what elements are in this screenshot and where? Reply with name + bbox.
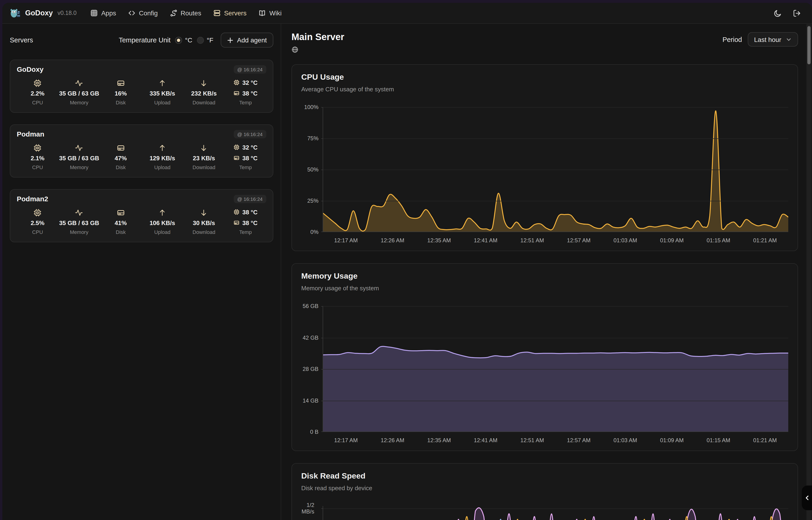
servers-panel-title: Servers bbox=[10, 36, 33, 44]
stat-download: 30 KB/s Download bbox=[183, 208, 225, 236]
logout-icon[interactable] bbox=[793, 9, 801, 17]
x-tick-label: 12:17 AM bbox=[323, 437, 369, 444]
chart-subtitle: Memory usage of the system bbox=[301, 285, 788, 292]
brand: GoDoxy v0.18.0 bbox=[10, 8, 77, 18]
arrow-down-icon bbox=[199, 143, 208, 152]
radio-fahrenheit-control[interactable] bbox=[197, 36, 204, 44]
y-axis-labels: 56 GB42 GB28 GB14 GB0 B bbox=[301, 306, 323, 432]
temperature-unit-label: Temperature Unit bbox=[119, 36, 170, 44]
nav-item-wiki[interactable]: Wiki bbox=[259, 9, 282, 17]
x-tick-label: 12:51 AM bbox=[509, 437, 556, 444]
scrollbar[interactable] bbox=[806, 24, 812, 520]
arrow-up-icon bbox=[158, 208, 167, 217]
radio-fahrenheit[interactable]: °F bbox=[197, 36, 213, 44]
x-tick-label: 12:57 AM bbox=[556, 437, 602, 444]
x-tick-label: 01:03 AM bbox=[602, 237, 649, 244]
server-card-podman[interactable]: Podman @ 16:16:24 2.1% bbox=[10, 124, 273, 178]
scrollbar-thumb[interactable] bbox=[807, 26, 811, 64]
nav-item-routes[interactable]: Routes bbox=[170, 9, 201, 17]
top-nav: GoDoxy v0.18.0 Apps bbox=[2, 3, 812, 24]
godoxy-logo-icon bbox=[10, 8, 21, 18]
arrow-up-icon bbox=[158, 143, 167, 152]
disk-read-speed-chart-card: Disk Read Speed Disk read speed by devic… bbox=[291, 463, 798, 520]
plus-icon bbox=[227, 37, 233, 43]
add-agent-button[interactable]: Add agent bbox=[221, 33, 273, 48]
chart-subtitle: Average CPU usage of the system bbox=[301, 86, 788, 93]
stat-download: 23 KB/s Download bbox=[183, 143, 225, 171]
server-name: Podman bbox=[17, 130, 44, 138]
server-card-godoxy[interactable]: GoDoxy @ 16:16:24 2.2% bbox=[10, 60, 273, 113]
servers-panel: Servers Temperature Unit °C °F bbox=[2, 24, 281, 520]
x-tick-label: 01:15 AM bbox=[695, 437, 742, 444]
route-icon bbox=[170, 9, 177, 17]
x-tick-label: 01:09 AM bbox=[649, 237, 695, 244]
brand-version: v0.18.0 bbox=[57, 10, 77, 16]
collapse-panel-button[interactable] bbox=[802, 486, 812, 510]
code-icon bbox=[128, 9, 136, 17]
x-tick-label: 12:41 AM bbox=[462, 437, 509, 444]
stat-temp: 32 °C 38 °C bbox=[225, 143, 266, 171]
chart-title: Memory Usage bbox=[301, 271, 788, 281]
x-tick-label: 01:21 AM bbox=[742, 237, 788, 244]
app-root: GoDoxy v0.18.0 Apps bbox=[0, 0, 812, 520]
x-tick-label: 01:03 AM bbox=[602, 437, 649, 444]
app-shell: GoDoxy v0.18.0 Apps bbox=[2, 3, 812, 520]
nav-item-label: Servers bbox=[224, 9, 246, 17]
stat-cpu: 2.1% CPU bbox=[17, 143, 58, 171]
y-tick-label: 42 GB bbox=[303, 334, 318, 341]
x-tick-label: 01:21 AM bbox=[742, 437, 788, 444]
x-tick-label: 12:51 AM bbox=[509, 237, 556, 244]
brand-name: GoDoxy bbox=[25, 9, 53, 17]
server-card-podman2[interactable]: Podman2 @ 16:16:24 2.5% bbox=[10, 189, 273, 242]
y-axis-labels: 1/2 MB/s bbox=[301, 506, 323, 520]
disk-temp-icon bbox=[233, 90, 240, 97]
server-name: GoDoxy bbox=[17, 65, 44, 73]
nav-item-servers[interactable]: Servers bbox=[213, 9, 246, 17]
x-axis-labels: 12:17 AM12:26 AM12:35 AM12:41 AM12:51 AM… bbox=[323, 437, 788, 444]
chart-subtitle: Disk read speed by device bbox=[301, 485, 788, 492]
arrow-up-icon bbox=[158, 78, 167, 87]
hard-drive-icon bbox=[116, 78, 125, 87]
y-tick-label: 50% bbox=[307, 166, 318, 173]
period-value: Last hour bbox=[754, 36, 781, 43]
nav-item-label: Apps bbox=[101, 9, 116, 17]
y-axis-labels: 100%75%50%25%0% bbox=[301, 107, 323, 232]
y-tick-label: 56 GB bbox=[303, 303, 318, 309]
stat-download: 232 KB/s Download bbox=[183, 78, 225, 106]
activity-icon bbox=[75, 208, 84, 217]
stat-cpu: 2.5% CPU bbox=[17, 208, 58, 236]
cpu-plot-area[interactable] bbox=[323, 107, 788, 232]
radio-celsius-control[interactable] bbox=[175, 36, 182, 44]
nav-item-label: Config bbox=[139, 9, 158, 17]
disk-plot-area[interactable] bbox=[323, 506, 788, 520]
stat-upload: 335 KB/s Upload bbox=[142, 78, 183, 106]
cpu-icon bbox=[33, 208, 42, 217]
cpu-usage-chart-card: CPU Usage Average CPU usage of the syste… bbox=[291, 64, 798, 251]
disk-temp-icon bbox=[233, 219, 240, 226]
y-tick-label: 25% bbox=[307, 198, 318, 204]
cpu-icon bbox=[33, 143, 42, 152]
nav-item-config[interactable]: Config bbox=[128, 9, 158, 17]
chevron-left-icon bbox=[804, 495, 810, 501]
server-name: Podman2 bbox=[17, 195, 48, 203]
stat-cpu: 2.2% CPU bbox=[17, 78, 58, 106]
period-select[interactable]: Last hour bbox=[748, 32, 798, 47]
memory-usage-chart-card: Memory Usage Memory usage of the system … bbox=[291, 263, 798, 451]
theme-toggle-moon-icon[interactable] bbox=[774, 9, 782, 17]
grid-icon bbox=[90, 9, 98, 17]
cpu-icon bbox=[33, 78, 42, 87]
y-tick-label: 75% bbox=[307, 135, 318, 141]
stat-disk: 16% Disk bbox=[100, 78, 142, 106]
y-tick-label: 0 B bbox=[310, 429, 318, 435]
cpu-temp-icon bbox=[233, 209, 240, 215]
stat-memory: 35 GB / 63 GB Memory bbox=[58, 143, 100, 171]
y-tick-label: 0% bbox=[310, 229, 318, 235]
globe-icon bbox=[291, 46, 299, 53]
y-tick-label: 28 GB bbox=[303, 366, 318, 372]
server-updated-badge: @ 16:16:24 bbox=[233, 195, 266, 203]
server-updated-badge: @ 16:16:24 bbox=[233, 65, 266, 74]
nav-item-apps[interactable]: Apps bbox=[90, 9, 116, 17]
memory-plot-area[interactable] bbox=[323, 306, 788, 432]
x-tick-label: 12:57 AM bbox=[556, 237, 602, 244]
radio-celsius[interactable]: °C bbox=[175, 36, 192, 44]
